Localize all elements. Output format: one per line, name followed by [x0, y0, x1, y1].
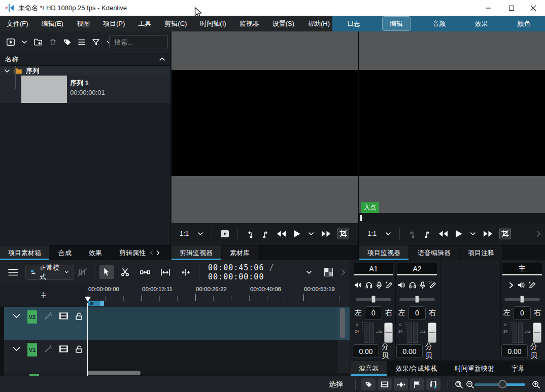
tab-project-monitor[interactable]: 项目监视器 — [359, 245, 408, 260]
menu-file[interactable]: 文件(F) — [0, 16, 35, 31]
chevron-down-icon[interactable] — [194, 231, 207, 237]
markers-flag-button[interactable] — [410, 378, 424, 390]
effects-wand-icon[interactable] — [44, 312, 52, 320]
go-to-in-point-icon[interactable] — [404, 230, 420, 238]
workspace-tab-audio[interactable]: 音频 — [425, 16, 453, 31]
tab-scroll-right-icon[interactable] — [155, 245, 161, 260]
workspace-tab-effects[interactable]: 效果 — [468, 16, 495, 31]
close-button[interactable] — [522, 0, 545, 16]
chevron-right-icon[interactable] — [508, 282, 514, 289]
track-lane-v1[interactable] — [87, 340, 337, 373]
chevron-down-icon[interactable] — [21, 39, 27, 45]
tab-subtitles[interactable]: 字幕 — [503, 361, 533, 376]
effects-pencil-icon[interactable] — [429, 281, 437, 289]
volume-fader[interactable] — [533, 323, 541, 343]
bin-clip-row[interactable]: 序列 1 00:00:00:01 — [0, 76, 171, 103]
timeline-horizontal-scrollbar[interactable] — [87, 371, 141, 375]
track-badge-v2[interactable]: V2 — [27, 310, 37, 324]
go-to-out-point-icon[interactable] — [420, 230, 435, 238]
chevron-down-icon[interactable] — [302, 267, 316, 277]
solo-headphones-icon[interactable] — [409, 281, 416, 289]
mute-icon[interactable] — [518, 281, 525, 289]
menu-edit[interactable]: 编辑(E) — [35, 16, 70, 31]
effects-pencil-icon[interactable] — [386, 281, 393, 289]
effects-pencil-icon[interactable] — [529, 281, 536, 289]
clip-monitor-video[interactable] — [172, 31, 358, 223]
snap-magnet-button[interactable] — [426, 378, 440, 390]
collapse-track-icon[interactable] — [12, 313, 21, 319]
menu-project[interactable]: 项目(P) — [96, 16, 131, 31]
play-icon[interactable] — [290, 230, 304, 238]
clip-thumbnail[interactable] — [21, 76, 67, 103]
zone-mode-icon[interactable] — [337, 228, 349, 239]
tab-clip-properties[interactable]: 剪辑属性 — [111, 245, 148, 260]
volume-fader[interactable] — [428, 323, 436, 343]
play-icon[interactable] — [452, 230, 466, 238]
fast-forward-icon[interactable] — [318, 230, 334, 237]
master-track-label[interactable]: 主 — [0, 284, 87, 307]
timeline-zoom-slider-handle[interactable] — [498, 380, 507, 388]
rewind-icon[interactable] — [435, 230, 452, 237]
bin-search-input[interactable] — [109, 35, 168, 49]
tab-speech-editor[interactable]: 语音编辑器 — [410, 245, 459, 260]
preview-render-icon[interactable] — [321, 266, 336, 278]
bin-folder-row[interactable]: 序列 — [0, 66, 171, 76]
fast-forward-icon[interactable] — [480, 230, 496, 237]
menu-settings[interactable]: 设置(S) — [266, 16, 301, 31]
project-monitor-video[interactable]: 入点 — [359, 31, 545, 223]
menu-icon[interactable] — [78, 38, 86, 46]
tab-project-notes[interactable]: 项目注释 — [460, 245, 502, 260]
ripple-tool-icon[interactable] — [177, 267, 194, 278]
balance-slider[interactable] — [399, 296, 435, 303]
record-mic-icon[interactable] — [420, 281, 426, 289]
lock-track-icon[interactable] — [75, 345, 83, 353]
playhead-handle[interactable] — [85, 297, 91, 302]
balance-slider[interactable] — [356, 296, 391, 303]
spacer-tool-icon[interactable] — [137, 267, 154, 277]
chevron-down-icon[interactable] — [304, 231, 318, 237]
balance-value[interactable]: 0 — [365, 306, 382, 320]
solo-headphones-icon[interactable] — [365, 281, 372, 289]
delete-icon[interactable] — [49, 38, 57, 46]
tab-mixer[interactable]: 混音器 — [351, 361, 387, 376]
bin-tree-header[interactable]: 名称 — [0, 53, 171, 66]
effects-wand-icon[interactable] — [44, 345, 52, 353]
tab-scroll-left-icon[interactable] — [149, 245, 154, 260]
go-to-in-point-icon[interactable] — [243, 230, 258, 238]
collapse-icon[interactable] — [159, 56, 165, 62]
chevron-right-icon[interactable] — [532, 230, 545, 237]
balance-value[interactable]: 0 — [408, 306, 426, 320]
tab-compositions[interactable]: 合成 — [50, 245, 80, 260]
volume-fader[interactable] — [384, 323, 393, 343]
keyframes-toggle-button[interactable] — [394, 378, 408, 390]
monitor-playhead[interactable] — [360, 215, 362, 221]
tab-library[interactable]: 素材库 — [222, 245, 258, 260]
monitor-zoom-level[interactable]: 1:1 — [180, 230, 189, 237]
tab-project-bin[interactable]: 项目素材箱 — [0, 245, 49, 260]
record-mic-icon[interactable] — [376, 281, 382, 289]
track-badge-v1[interactable]: V1 — [27, 343, 37, 357]
tab-effect-stack[interactable]: 效果/合成堆栈 — [388, 361, 446, 376]
collapse-track-icon[interactable] — [12, 346, 21, 352]
chevron-right-icon[interactable] — [336, 267, 350, 278]
timeline-edit-disabled-icon[interactable] — [74, 266, 90, 279]
go-to-out-point-icon[interactable] — [258, 230, 273, 238]
minimize-button[interactable] — [476, 0, 500, 16]
slip-tool-icon[interactable] — [157, 267, 174, 278]
menu-clip[interactable]: 剪辑(C) — [158, 16, 193, 31]
mute-icon[interactable] — [354, 281, 362, 289]
chevron-down-icon[interactable] — [382, 231, 395, 237]
db-value[interactable]: 0.00 — [501, 344, 528, 358]
db-value[interactable]: 0.00 — [396, 344, 423, 358]
hide-track-icon[interactable] — [59, 312, 69, 320]
menu-view[interactable]: 视图 — [70, 16, 96, 31]
zone-mode-icon[interactable] — [499, 228, 511, 239]
tag-toggle-button[interactable] — [361, 378, 376, 390]
rewind-icon[interactable] — [273, 230, 290, 237]
menu-monitor[interactable]: 监视器 — [233, 16, 266, 31]
timeline-ruler[interactable]: 00:00:00:00 00:00:13:11 00:00:26:22 00:0… — [87, 284, 350, 307]
menu-help[interactable]: 帮助(H) — [301, 16, 336, 31]
chevron-down-icon[interactable] — [466, 231, 480, 237]
zoom-in-icon[interactable] — [529, 378, 543, 390]
expand-chevron-icon[interactable] — [4, 68, 10, 74]
